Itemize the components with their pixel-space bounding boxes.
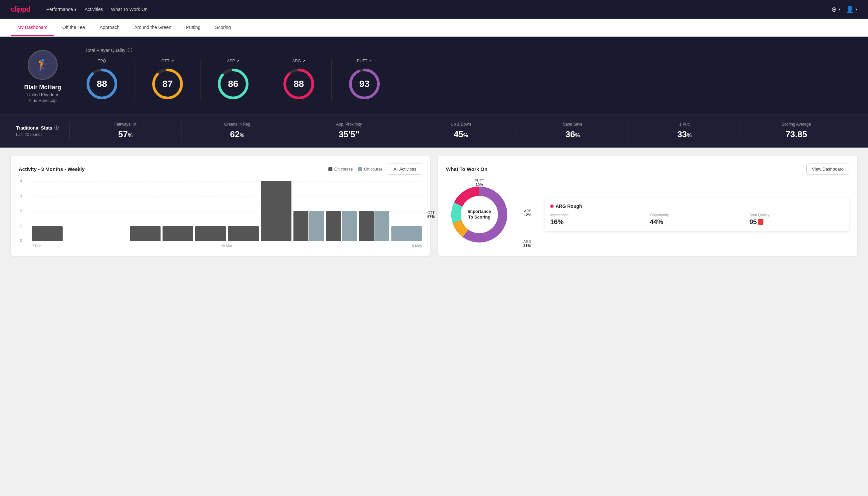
arrow-up-icon: ↗ xyxy=(236,59,239,63)
add-button[interactable]: ⊕ ▾ xyxy=(831,5,840,13)
avatar: 🏌️ xyxy=(28,50,58,80)
info-dot xyxy=(550,204,554,208)
nav-links: Performance ▾ Activities What To Work On xyxy=(46,7,147,12)
bar-group xyxy=(32,226,63,241)
tab-my-dashboard[interactable]: My Dashboard xyxy=(11,19,54,36)
activity-card: Activity - 3 Months - Weekly On course O… xyxy=(11,156,430,256)
activity-card-title: Activity - 3 Months - Weekly xyxy=(19,166,84,172)
bar-group xyxy=(359,211,389,241)
info-shot-quality: Shot Quality 95 ↓ xyxy=(749,213,844,226)
tab-bar: My Dashboard Off the Tee Approach Around… xyxy=(0,19,868,37)
chevron-down-icon: ▾ xyxy=(74,7,77,12)
score-card-app: APP ↗ 86 xyxy=(201,59,266,100)
nav-what-to-work-on[interactable]: What To Work On xyxy=(111,7,147,12)
nav-performance[interactable]: Performance ▾ xyxy=(46,7,77,12)
player-country: United Kingdom xyxy=(27,92,58,97)
circle-ott: 87 xyxy=(151,67,184,100)
player-handicap: Plus Handicap xyxy=(29,98,57,103)
chart-legend: On course Off course xyxy=(328,167,383,172)
stat-greens-in-reg: Greens In Reg 62% xyxy=(181,122,293,140)
all-activities-button[interactable]: All Activities xyxy=(388,164,422,174)
tpq-section: Total Player Quality ⓘ TPQ 88 xyxy=(85,47,852,100)
bar-group xyxy=(294,211,324,241)
stat-up-down: Up & Down 45% xyxy=(405,122,517,140)
app-label: APP xyxy=(524,209,531,213)
score-card-ott: OTT ↗ 87 xyxy=(135,59,201,100)
activity-card-header: Activity - 3 Months - Weekly On course O… xyxy=(19,164,422,174)
tab-scoring[interactable]: Scoring xyxy=(208,19,237,36)
tab-approach[interactable]: Approach xyxy=(93,19,126,36)
stat-sand-save: Sand Save 36% xyxy=(517,122,629,140)
bar-group xyxy=(228,226,258,241)
arrow-up-icon: ↗ xyxy=(302,59,305,63)
arrow-up-icon: ↗ xyxy=(171,59,174,63)
info-stats-row: Importance 16% Opportunity 44% xyxy=(550,213,844,226)
app-logo: clippd xyxy=(11,5,30,14)
nav-right: ⊕ ▾ 👤 ▾ xyxy=(831,5,857,13)
ott-label: PUTT xyxy=(475,179,484,183)
arg-label: ARG xyxy=(523,239,531,244)
circle-putt: 93 xyxy=(348,67,381,100)
bar-oncourse xyxy=(130,226,160,241)
info-importance: Importance 16% xyxy=(550,213,645,226)
circle-tpq: 88 xyxy=(85,67,119,100)
work-on-card: What To Work On View Dashboard PUTT 10% … xyxy=(438,156,857,256)
info-icon[interactable]: ⓘ xyxy=(128,47,132,53)
x-axis: 7 Feb 28 Mar 9 May xyxy=(32,244,422,248)
nav-activities[interactable]: Activities xyxy=(84,7,103,12)
score-card-putt: PUTT ↗ 93 xyxy=(332,59,397,100)
bar-oncourse xyxy=(162,226,193,241)
work-on-content: PUTT 10% APP 12% ARG 21% OTT 57% xyxy=(446,181,849,248)
bar-group xyxy=(326,211,357,241)
circle-app: 86 xyxy=(217,67,250,100)
tab-putting[interactable]: Putting xyxy=(179,19,207,36)
bar-oncourse xyxy=(294,211,309,241)
player-name: Blair McHarg xyxy=(24,84,61,91)
bar-oncourse xyxy=(32,226,63,241)
bar-offcourse xyxy=(391,226,422,241)
info-icon[interactable]: ⓘ xyxy=(54,125,59,131)
bar-offcourse xyxy=(342,211,357,241)
work-on-title: What To Work On xyxy=(446,166,487,172)
arrow-up-icon: ↗ xyxy=(369,59,372,63)
donut-center-label: ImportanceTo Scoring xyxy=(468,209,491,220)
work-on-header: What To Work On View Dashboard xyxy=(446,164,849,174)
traditional-stats-section: Traditional Stats ⓘ Last 20 rounds Fairw… xyxy=(0,113,868,148)
tab-around-the-green[interactable]: Around the Green xyxy=(128,19,178,36)
circle-arg: 88 xyxy=(282,67,315,100)
bar-offcourse xyxy=(309,211,324,241)
score-card-tpq: TPQ 88 xyxy=(85,59,135,100)
info-opportunity: Opportunity 44% xyxy=(650,213,744,226)
donut-chart: ImportanceTo Scoring xyxy=(446,181,512,248)
work-on-info: ARG Rough Importance 16% Opportunity xyxy=(545,198,849,232)
shot-quality-badge: ↓ xyxy=(758,219,763,225)
top-navigation: clippd Performance ▾ Activities What To … xyxy=(0,0,868,19)
bar-oncourse xyxy=(326,211,341,241)
user-menu-button[interactable]: 👤 ▾ xyxy=(846,5,857,13)
tpq-label: Total Player Quality ⓘ xyxy=(85,47,852,53)
info-card: ARG Rough Importance 16% Opportunity xyxy=(545,198,849,232)
trad-subtitle: Last 20 rounds xyxy=(16,132,69,137)
bar-group xyxy=(391,226,422,241)
bar-offcourse xyxy=(374,211,389,241)
bar-group xyxy=(162,226,193,241)
stat-fairways-hit: Fairways Hit 57% xyxy=(69,122,181,140)
bar-group xyxy=(261,181,291,241)
score-card-arg: ARG ↗ 88 xyxy=(266,59,332,100)
stat-1-putt: 1 Putt 33% xyxy=(629,122,740,140)
view-dashboard-button[interactable]: View Dashboard xyxy=(806,164,849,174)
bars-container xyxy=(32,181,422,241)
stat-scoring-avg: Scoring Average 73.85 xyxy=(740,122,852,140)
bar-oncourse xyxy=(261,181,291,241)
player-info: 🏌️ Blair McHarg United Kingdom Plus Hand… xyxy=(16,47,69,103)
putt-label: OTT xyxy=(427,211,435,215)
hero-section: 🏌️ Blair McHarg United Kingdom Plus Hand… xyxy=(0,37,868,113)
activity-chart-area: 4 3 2 1 0 7 Feb 28 Mar 9 May xyxy=(19,181,422,248)
stat-app-proximity: App. Proximity 35'5" xyxy=(293,122,405,140)
bar-oncourse xyxy=(195,226,226,241)
legend-oncourse-dot xyxy=(328,167,332,171)
legend-offcourse-dot xyxy=(358,167,362,171)
tab-off-the-tee[interactable]: Off the Tee xyxy=(56,19,92,36)
bar-group xyxy=(195,226,226,241)
bar-group xyxy=(130,226,160,241)
